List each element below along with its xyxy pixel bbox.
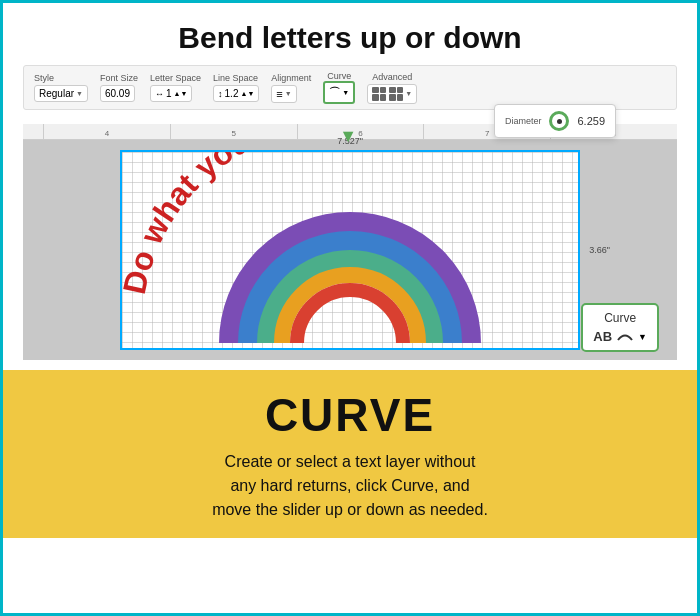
alignment-arrow: ▼ — [285, 90, 292, 97]
diameter-label: Diameter — [505, 116, 542, 126]
curve-box-title: Curve — [604, 311, 636, 325]
line-space-stepper[interactable]: ↕ 1.2 ▲▼ — [213, 85, 259, 102]
advanced-group: Advanced ▼ — [367, 72, 417, 104]
advanced-label: Advanced — [372, 72, 412, 82]
font-size-group: Font Size 60.09 — [100, 73, 138, 102]
line-space-icon: ↕ — [218, 89, 223, 99]
app-container: Bend letters up or down Style Regular ▼ … — [3, 3, 697, 616]
curve-btn-arrow: ▼ — [342, 89, 349, 96]
canvas-wrapper: 4 5 6 7 8 7.527" 3.66" — [23, 124, 677, 360]
line-space-group: Line Space ↕ 1.2 ▲▼ — [213, 73, 259, 102]
alignment-icon: ≡ — [276, 88, 282, 100]
curve-ab-text: AB — [593, 329, 612, 344]
ruler-mark-5: 5 — [170, 124, 297, 139]
diameter-circle-icon — [549, 111, 569, 131]
grid-icon — [372, 87, 386, 101]
main-title: Bend letters up or down — [178, 21, 521, 55]
letter-space-label: Letter Space — [150, 73, 201, 83]
svg-text:Do what you love: Do what you love — [122, 152, 324, 297]
font-size-stepper[interactable]: 60.09 — [100, 85, 135, 102]
font-size-label: Font Size — [100, 73, 138, 83]
height-dimension: 3.66" — [589, 245, 610, 255]
grid-icon-2 — [389, 87, 403, 101]
curve-arc-icon — [616, 331, 634, 343]
style-arrow: ▼ — [76, 90, 83, 97]
advanced-arrow: ▼ — [405, 90, 412, 97]
curve-icon-box: Curve AB ▼ — [581, 303, 659, 352]
curve-box-icon-row: AB ▼ — [593, 329, 647, 344]
letter-space-stepper[interactable]: ↔ 1 ▲▼ — [150, 85, 192, 102]
toolbar: Style Regular ▼ Font Size 60.09 Letter S… — [23, 65, 677, 110]
letter-space-icon: ↔ — [155, 89, 164, 99]
style-group: Style Regular ▼ — [34, 73, 88, 102]
bottom-section: CURVE Create or select a text layer with… — [3, 370, 697, 538]
style-label: Style — [34, 73, 54, 83]
diameter-popup: Diameter 6.259 — [494, 104, 616, 138]
font-size-value: 60.09 — [105, 88, 130, 99]
curve-btn-label: Curve — [327, 71, 351, 81]
curve-big-title: CURVE — [265, 388, 435, 442]
diameter-value: 6.259 — [577, 115, 605, 127]
style-dropdown[interactable]: Regular ▼ — [34, 85, 88, 102]
ruler-mark-4: 4 — [43, 124, 170, 139]
line-space-label: Line Space — [213, 73, 258, 83]
alignment-dropdown[interactable]: ≡ ▼ — [271, 85, 296, 103]
curve-box-arrow: ▼ — [638, 332, 647, 342]
line-space-arrow: ▲▼ — [240, 90, 254, 97]
curved-text-svg: Do what you love — [122, 152, 562, 352]
line-space-value: 1.2 — [225, 88, 239, 99]
diameter-dot — [557, 119, 562, 124]
canvas-grid[interactable]: 7.527" 3.66" — [120, 150, 580, 350]
bottom-description: Create or select a text layer without an… — [212, 450, 488, 522]
letter-space-arrow: ▲▼ — [174, 90, 188, 97]
letter-space-value: 1 — [166, 88, 172, 99]
curve-button[interactable]: Curve ⌒ ▼ ▼ — [323, 71, 355, 104]
curve-icon-row: ⌒ ▼ — [323, 81, 355, 104]
alignment-label: Alignment — [271, 73, 311, 83]
style-value: Regular — [39, 88, 74, 99]
letter-space-group: Letter Space ↔ 1 ▲▼ — [150, 73, 201, 102]
alignment-group: Alignment ≡ ▼ — [271, 73, 311, 103]
top-section: Bend letters up or down Style Regular ▼ … — [3, 3, 697, 370]
advanced-dropdown[interactable]: ▼ — [367, 84, 417, 104]
curve-text-icon: ⌒ — [329, 85, 340, 100]
canvas-content: 7.527" 3.66" — [23, 140, 677, 360]
